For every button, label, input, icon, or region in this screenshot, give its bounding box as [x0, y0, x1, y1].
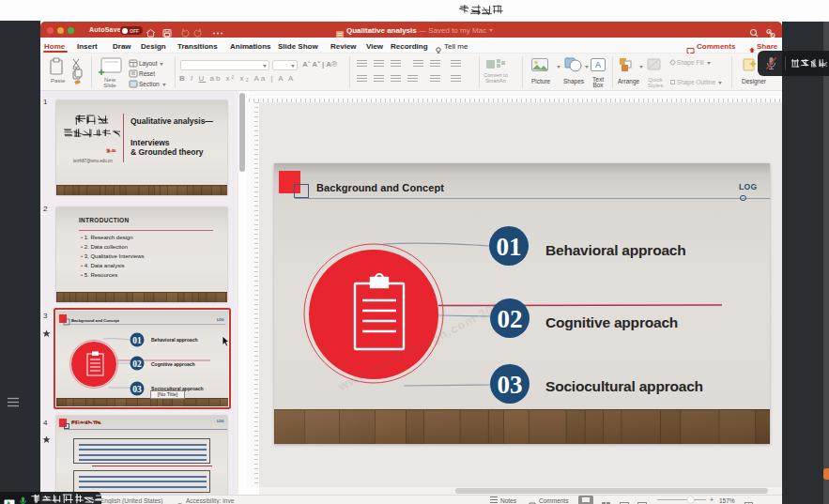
- svg-text:LOG: LOG: [217, 318, 224, 322]
- svg-text:02: 02: [132, 359, 142, 369]
- svg-text:01: 01: [132, 336, 142, 345]
- svg-text:03: 03: [132, 385, 142, 394]
- svg-text:Background and Concept: Background and Concept: [71, 318, 120, 323]
- svg-text:A: A: [595, 60, 601, 69]
- svg-text:Cognitive approach: Cognitive approach: [151, 361, 195, 367]
- svg-text:Behavioral approach: Behavioral approach: [151, 337, 197, 343]
